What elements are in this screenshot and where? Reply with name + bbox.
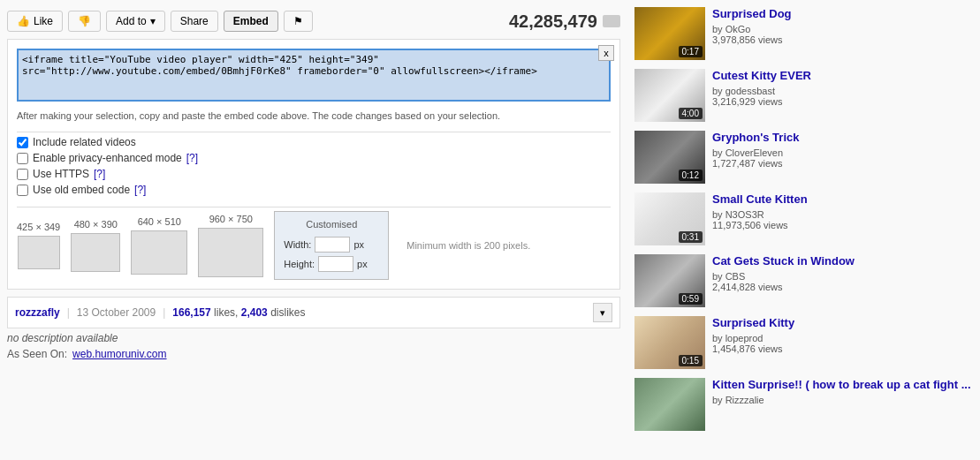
sidebar-info-0: Surprised Dog by OkGo 3,978,856 views [712,7,973,60]
sidebar-meta-6: by Rizzzalie [712,395,973,405]
option-privacy-checkbox[interactable] [17,153,28,164]
embed-code-textarea[interactable] [17,49,611,102]
width-px: px [353,239,364,250]
like-dislike-counts: 166,157 likes, 2,403 dislikes [172,306,305,319]
sidebar-title-6[interactable]: Kitten Surprise!! ( how to break up a ca… [712,378,971,391]
thumbs-down-button[interactable]: 👎 [68,11,101,32]
option-related[interactable]: Include related videos [17,136,611,148]
embed-close-button[interactable]: x [598,45,614,61]
size-425[interactable]: 425 × 349 [17,222,60,269]
thumb-duration-3: 0:31 [679,231,703,243]
thumb-duration-1: 4:00 [679,108,703,119]
sidebar-info-5: Surprised Kitty by lopeprod 1,454,876 vi… [712,316,973,369]
size-selector: 425 × 349 480 × 390 640 × 510 960 × 750 … [17,211,611,280]
customised-label: Customised [284,219,379,230]
height-px: px [357,259,368,269]
share-button[interactable]: Share [171,11,218,32]
thumb-duration-4: 0:59 [679,293,703,305]
chevron-down-icon: ▾ [150,15,156,27]
sidebar-title-0[interactable]: Surprised Dog [712,7,792,20]
size-box-425 [18,236,60,269]
width-label: Width: [284,239,311,250]
sidebar-info-3: Small Cute Kitten by N3OS3R 11,973,506 v… [712,192,973,245]
sidebar-info-1: Cutest Kitty EVER by godessbast 3,216,92… [712,69,973,122]
option-https[interactable]: Use HTTPS [?] [17,168,611,180]
view-count: 42,285,479 [509,11,597,32]
sidebar: 0:17 Surprised Dog by OkGo 3,978,856 vie… [627,0,980,447]
sidebar-title-4[interactable]: Cat Gets Stuck in Window [712,254,855,268]
thumb-4: 0:59 [634,254,705,307]
meta-expand-button[interactable]: ▾ [593,303,612,322]
thumb-6 [634,378,705,431]
embed-panel: x After making your selection, copy and … [7,39,620,290]
sidebar-title-2[interactable]: Gryphon's Trick [712,131,799,144]
flag-button[interactable]: ⚑ [284,11,313,32]
likes-count: 166,157 [172,306,210,319]
oldembed-help-link[interactable]: [?] [134,184,146,196]
sidebar-meta-3: by N3OS3R 11,973,506 views [712,209,973,230]
https-help-link[interactable]: [?] [94,168,105,180]
thumb-5: 0:15 [634,316,705,369]
width-input[interactable] [315,237,350,253]
option-privacy[interactable]: Enable privacy-enhanced mode [?] [17,152,611,164]
customised-section: Customised Width: px Height: px [274,211,389,280]
sidebar-item[interactable]: Kitten Surprise!! ( how to break up a ca… [634,378,973,431]
sidebar-info-2: Gryphon's Trick by CloverEleven 1,727,48… [712,131,973,184]
size-box-640 [131,230,187,275]
sidebar-title-1[interactable]: Cutest Kitty EVER [712,69,811,82]
sidebar-meta-5: by lopeprod 1,454,876 views [712,333,973,354]
upload-date: 13 October 2009 [77,306,156,319]
embed-options: Include related videos Enable privacy-en… [17,136,611,196]
sidebar-item[interactable]: 0:15 Surprised Kitty by lopeprod 1,454,8… [634,316,973,369]
size-960[interactable]: 960 × 750 [198,214,263,277]
username-link[interactable]: rozzzafly [15,306,60,319]
size-480[interactable]: 480 × 390 [71,219,120,272]
views-icon [603,15,620,27]
meta-bar: rozzzafly | 13 October 2009 | 166,157 li… [7,297,620,328]
min-width-note: Minimum width is 200 pixels. [406,240,530,251]
seen-on-link[interactable]: web.humoruniv.com [72,348,167,360]
dislikes-count: 2,403 [241,306,268,319]
thumb-duration-2: 0:12 [679,170,703,181]
sidebar-item[interactable]: 0:59 Cat Gets Stuck in Window by CBS 2,4… [634,254,973,307]
add-to-button[interactable]: Add to ▾ [106,11,165,32]
seen-on-row: As Seen On: web.humoruniv.com [7,344,620,360]
thumb-duration-5: 0:15 [679,355,703,366]
sidebar-title-3[interactable]: Small Cute Kitten [712,192,808,206]
privacy-help-link[interactable]: [?] [186,152,198,164]
thumb-3: 0:31 [634,192,705,245]
size-640[interactable]: 640 × 510 [131,216,187,275]
thumb-2: 0:12 [634,131,705,184]
size-box-480 [71,233,120,272]
seen-on-label: As Seen On: [7,348,67,360]
sidebar-item[interactable]: 4:00 Cutest Kitty EVER by godessbast 3,2… [634,69,973,122]
video-description: no description available [7,328,620,344]
option-oldembed[interactable]: Use old embed code [?] [17,184,611,196]
option-related-checkbox[interactable] [17,137,28,148]
sidebar-info-6: Kitten Surprise!! ( how to break up a ca… [712,378,973,431]
sidebar-meta-1: by godessbast 3,216,929 views [712,86,973,107]
like-button[interactable]: 👍 Like [7,11,63,32]
embed-button[interactable]: Embed [224,11,278,32]
sidebar-meta-4: by CBS 2,414,828 views [712,271,973,292]
thumbs-down-icon: 👎 [78,15,91,27]
option-oldembed-checkbox[interactable] [17,185,28,196]
option-https-checkbox[interactable] [17,169,28,180]
sidebar-item[interactable]: 0:17 Surprised Dog by OkGo 3,978,856 vie… [634,7,973,60]
sidebar-title-5[interactable]: Surprised Kitty [712,316,794,329]
embed-help-text: After making your selection, copy and pa… [17,109,611,123]
thumb-0: 0:17 [634,7,705,60]
flag-icon: ⚑ [293,15,303,27]
sidebar-item[interactable]: 0:12 Gryphon's Trick by CloverEleven 1,7… [634,131,973,184]
thumb-duration-0: 0:17 [679,46,703,57]
height-label: Height: [284,259,315,269]
thumbs-up-icon: 👍 [17,15,30,27]
sidebar-meta-0: by OkGo 3,978,856 views [712,24,973,45]
thumb-1: 4:00 [634,69,705,122]
height-input[interactable] [318,256,353,272]
sidebar-meta-2: by CloverEleven 1,727,487 views [712,147,973,169]
sidebar-info-4: Cat Gets Stuck in Window by CBS 2,414,82… [712,254,973,307]
sidebar-item[interactable]: 0:31 Small Cute Kitten by N3OS3R 11,973,… [634,192,973,245]
size-box-960 [198,228,263,277]
